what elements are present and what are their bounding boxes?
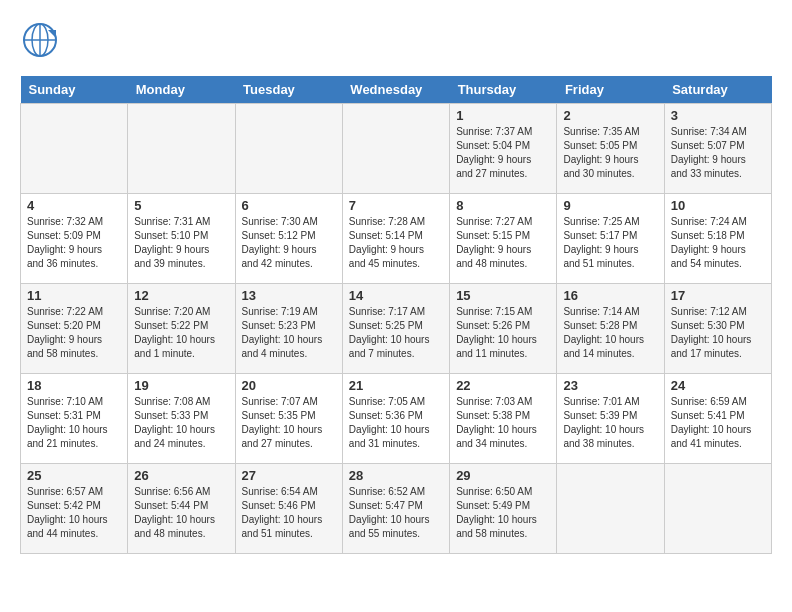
calendar-header-row: SundayMondayTuesdayWednesdayThursdayFrid…: [21, 76, 772, 104]
day-info: Sunrise: 7:30 AM Sunset: 5:12 PM Dayligh…: [242, 215, 336, 271]
calendar-week-row: 18Sunrise: 7:10 AM Sunset: 5:31 PM Dayli…: [21, 374, 772, 464]
col-header-friday: Friday: [557, 76, 664, 104]
day-info: Sunrise: 6:50 AM Sunset: 5:49 PM Dayligh…: [456, 485, 550, 541]
day-number: 21: [349, 378, 443, 393]
day-info: Sunrise: 7:22 AM Sunset: 5:20 PM Dayligh…: [27, 305, 121, 361]
day-info: Sunrise: 7:07 AM Sunset: 5:35 PM Dayligh…: [242, 395, 336, 451]
calendar-cell: 10Sunrise: 7:24 AM Sunset: 5:18 PM Dayli…: [664, 194, 771, 284]
calendar-cell: 11Sunrise: 7:22 AM Sunset: 5:20 PM Dayli…: [21, 284, 128, 374]
calendar-cell: 16Sunrise: 7:14 AM Sunset: 5:28 PM Dayli…: [557, 284, 664, 374]
calendar-cell: 23Sunrise: 7:01 AM Sunset: 5:39 PM Dayli…: [557, 374, 664, 464]
logo-icon: [20, 20, 60, 60]
calendar-week-row: 11Sunrise: 7:22 AM Sunset: 5:20 PM Dayli…: [21, 284, 772, 374]
calendar-cell: 13Sunrise: 7:19 AM Sunset: 5:23 PM Dayli…: [235, 284, 342, 374]
calendar-cell: 24Sunrise: 6:59 AM Sunset: 5:41 PM Dayli…: [664, 374, 771, 464]
calendar-week-row: 25Sunrise: 6:57 AM Sunset: 5:42 PM Dayli…: [21, 464, 772, 554]
day-number: 4: [27, 198, 121, 213]
calendar-cell: 21Sunrise: 7:05 AM Sunset: 5:36 PM Dayli…: [342, 374, 449, 464]
col-header-saturday: Saturday: [664, 76, 771, 104]
day-number: 10: [671, 198, 765, 213]
col-header-wednesday: Wednesday: [342, 76, 449, 104]
calendar-cell: 22Sunrise: 7:03 AM Sunset: 5:38 PM Dayli…: [450, 374, 557, 464]
day-info: Sunrise: 7:31 AM Sunset: 5:10 PM Dayligh…: [134, 215, 228, 271]
calendar-cell: 27Sunrise: 6:54 AM Sunset: 5:46 PM Dayli…: [235, 464, 342, 554]
day-number: 23: [563, 378, 657, 393]
day-number: 17: [671, 288, 765, 303]
day-info: Sunrise: 7:03 AM Sunset: 5:38 PM Dayligh…: [456, 395, 550, 451]
calendar-cell: 25Sunrise: 6:57 AM Sunset: 5:42 PM Dayli…: [21, 464, 128, 554]
calendar-cell: [664, 464, 771, 554]
day-info: Sunrise: 7:20 AM Sunset: 5:22 PM Dayligh…: [134, 305, 228, 361]
day-number: 6: [242, 198, 336, 213]
day-info: Sunrise: 7:08 AM Sunset: 5:33 PM Dayligh…: [134, 395, 228, 451]
day-info: Sunrise: 7:17 AM Sunset: 5:25 PM Dayligh…: [349, 305, 443, 361]
calendar-cell: 18Sunrise: 7:10 AM Sunset: 5:31 PM Dayli…: [21, 374, 128, 464]
day-info: Sunrise: 6:57 AM Sunset: 5:42 PM Dayligh…: [27, 485, 121, 541]
day-number: 26: [134, 468, 228, 483]
page-header: [20, 20, 772, 60]
col-header-tuesday: Tuesday: [235, 76, 342, 104]
calendar-cell: 6Sunrise: 7:30 AM Sunset: 5:12 PM Daylig…: [235, 194, 342, 284]
day-number: 16: [563, 288, 657, 303]
calendar-cell: 3Sunrise: 7:34 AM Sunset: 5:07 PM Daylig…: [664, 104, 771, 194]
calendar-cell: [235, 104, 342, 194]
calendar-cell: 14Sunrise: 7:17 AM Sunset: 5:25 PM Dayli…: [342, 284, 449, 374]
day-info: Sunrise: 7:32 AM Sunset: 5:09 PM Dayligh…: [27, 215, 121, 271]
day-info: Sunrise: 7:25 AM Sunset: 5:17 PM Dayligh…: [563, 215, 657, 271]
calendar-cell: 2Sunrise: 7:35 AM Sunset: 5:05 PM Daylig…: [557, 104, 664, 194]
day-number: 20: [242, 378, 336, 393]
day-info: Sunrise: 6:54 AM Sunset: 5:46 PM Dayligh…: [242, 485, 336, 541]
day-number: 14: [349, 288, 443, 303]
day-number: 7: [349, 198, 443, 213]
day-info: Sunrise: 7:12 AM Sunset: 5:30 PM Dayligh…: [671, 305, 765, 361]
calendar-cell: 9Sunrise: 7:25 AM Sunset: 5:17 PM Daylig…: [557, 194, 664, 284]
day-info: Sunrise: 7:35 AM Sunset: 5:05 PM Dayligh…: [563, 125, 657, 181]
day-number: 28: [349, 468, 443, 483]
day-number: 11: [27, 288, 121, 303]
calendar-cell: 26Sunrise: 6:56 AM Sunset: 5:44 PM Dayli…: [128, 464, 235, 554]
calendar-cell: 12Sunrise: 7:20 AM Sunset: 5:22 PM Dayli…: [128, 284, 235, 374]
day-info: Sunrise: 7:05 AM Sunset: 5:36 PM Dayligh…: [349, 395, 443, 451]
calendar-cell: 15Sunrise: 7:15 AM Sunset: 5:26 PM Dayli…: [450, 284, 557, 374]
day-number: 9: [563, 198, 657, 213]
day-number: 2: [563, 108, 657, 123]
day-info: Sunrise: 7:15 AM Sunset: 5:26 PM Dayligh…: [456, 305, 550, 361]
day-number: 27: [242, 468, 336, 483]
col-header-thursday: Thursday: [450, 76, 557, 104]
day-info: Sunrise: 7:37 AM Sunset: 5:04 PM Dayligh…: [456, 125, 550, 181]
calendar-cell: [128, 104, 235, 194]
day-info: Sunrise: 7:27 AM Sunset: 5:15 PM Dayligh…: [456, 215, 550, 271]
day-info: Sunrise: 7:34 AM Sunset: 5:07 PM Dayligh…: [671, 125, 765, 181]
day-number: 1: [456, 108, 550, 123]
calendar-cell: 29Sunrise: 6:50 AM Sunset: 5:49 PM Dayli…: [450, 464, 557, 554]
day-number: 3: [671, 108, 765, 123]
day-number: 22: [456, 378, 550, 393]
calendar-cell: [21, 104, 128, 194]
col-header-sunday: Sunday: [21, 76, 128, 104]
calendar-cell: 5Sunrise: 7:31 AM Sunset: 5:10 PM Daylig…: [128, 194, 235, 284]
calendar-cell: [342, 104, 449, 194]
svg-marker-4: [48, 30, 56, 38]
calendar-table: SundayMondayTuesdayWednesdayThursdayFrid…: [20, 76, 772, 554]
day-info: Sunrise: 7:01 AM Sunset: 5:39 PM Dayligh…: [563, 395, 657, 451]
day-number: 19: [134, 378, 228, 393]
calendar-cell: 4Sunrise: 7:32 AM Sunset: 5:09 PM Daylig…: [21, 194, 128, 284]
calendar-cell: 20Sunrise: 7:07 AM Sunset: 5:35 PM Dayli…: [235, 374, 342, 464]
day-number: 13: [242, 288, 336, 303]
day-info: Sunrise: 7:19 AM Sunset: 5:23 PM Dayligh…: [242, 305, 336, 361]
calendar-cell: 19Sunrise: 7:08 AM Sunset: 5:33 PM Dayli…: [128, 374, 235, 464]
calendar-cell: [557, 464, 664, 554]
col-header-monday: Monday: [128, 76, 235, 104]
day-info: Sunrise: 6:56 AM Sunset: 5:44 PM Dayligh…: [134, 485, 228, 541]
day-info: Sunrise: 6:59 AM Sunset: 5:41 PM Dayligh…: [671, 395, 765, 451]
day-info: Sunrise: 7:24 AM Sunset: 5:18 PM Dayligh…: [671, 215, 765, 271]
day-number: 29: [456, 468, 550, 483]
calendar-week-row: 1Sunrise: 7:37 AM Sunset: 5:04 PM Daylig…: [21, 104, 772, 194]
day-number: 18: [27, 378, 121, 393]
logo: [20, 20, 64, 60]
calendar-cell: 28Sunrise: 6:52 AM Sunset: 5:47 PM Dayli…: [342, 464, 449, 554]
day-info: Sunrise: 7:10 AM Sunset: 5:31 PM Dayligh…: [27, 395, 121, 451]
day-number: 5: [134, 198, 228, 213]
day-info: Sunrise: 6:52 AM Sunset: 5:47 PM Dayligh…: [349, 485, 443, 541]
day-number: 15: [456, 288, 550, 303]
